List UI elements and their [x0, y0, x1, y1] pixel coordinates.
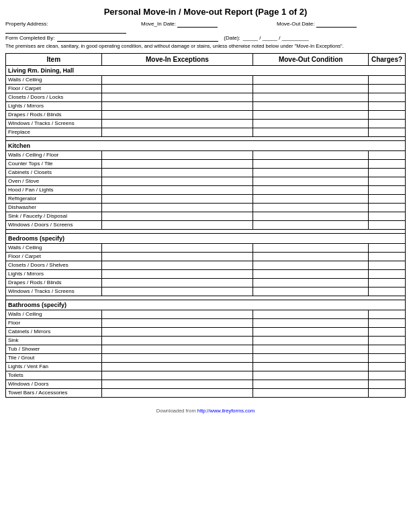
item-cell: Sink / Faucety / Disposal	[6, 212, 102, 220]
charges-cell[interactable]	[369, 278, 406, 287]
movein-cell[interactable]	[101, 261, 253, 269]
movein-cell[interactable]	[101, 159, 253, 168]
movein-cell[interactable]	[101, 353, 253, 362]
moveout-cell[interactable]	[253, 212, 369, 220]
moveout-cell[interactable]	[253, 128, 369, 136]
charges-cell[interactable]	[369, 287, 406, 296]
charges-cell[interactable]	[369, 252, 406, 261]
moveout-cell[interactable]	[253, 194, 369, 203]
moveout-cell[interactable]	[253, 336, 369, 345]
movein-cell[interactable]	[101, 362, 253, 371]
charges-cell[interactable]	[369, 310, 406, 318]
charges-cell[interactable]	[369, 243, 406, 252]
moveout-cell[interactable]	[253, 84, 369, 93]
moveout-cell[interactable]	[253, 185, 369, 194]
charges-cell[interactable]	[369, 93, 406, 101]
moveout-cell[interactable]	[253, 110, 369, 119]
charges-cell[interactable]	[369, 388, 406, 397]
moveout-cell[interactable]	[253, 362, 369, 371]
movein-cell[interactable]	[101, 168, 253, 177]
movein-cell[interactable]	[101, 101, 253, 110]
charges-cell[interactable]	[369, 261, 406, 269]
charges-cell[interactable]	[369, 168, 406, 177]
moveout-cell[interactable]	[253, 101, 369, 110]
charges-cell[interactable]	[369, 203, 406, 212]
moveout-cell[interactable]	[253, 159, 369, 168]
charges-cell[interactable]	[369, 318, 406, 327]
charges-cell[interactable]	[369, 220, 406, 229]
moveout-cell[interactable]	[253, 150, 369, 159]
charges-cell[interactable]	[369, 194, 406, 203]
moveout-cell[interactable]	[253, 168, 369, 177]
charges-cell[interactable]	[369, 110, 406, 119]
moveout-cell[interactable]	[253, 287, 369, 296]
charges-cell[interactable]	[369, 371, 406, 380]
movein-cell[interactable]	[101, 388, 253, 397]
moveout-cell[interactable]	[253, 371, 369, 380]
movein-cell[interactable]	[101, 278, 253, 287]
moveout-cell[interactable]	[253, 353, 369, 362]
moveout-cell[interactable]	[253, 252, 369, 261]
movein-cell[interactable]	[101, 243, 253, 252]
charges-cell[interactable]	[369, 336, 406, 345]
charges-cell[interactable]	[369, 177, 406, 185]
table-row: Sink	[6, 336, 406, 345]
moveout-cell[interactable]	[253, 388, 369, 397]
movein-cell[interactable]	[101, 203, 253, 212]
moveout-cell[interactable]	[253, 220, 369, 229]
charges-cell[interactable]	[369, 353, 406, 362]
moveout-cell[interactable]	[253, 93, 369, 101]
moveout-cell[interactable]	[253, 278, 369, 287]
movein-cell[interactable]	[101, 252, 253, 261]
charges-cell[interactable]	[369, 150, 406, 159]
movein-cell[interactable]	[101, 185, 253, 194]
moveout-cell[interactable]	[253, 345, 369, 353]
charges-cell[interactable]	[369, 327, 406, 336]
moveout-cell[interactable]	[253, 269, 369, 278]
moveout-cell[interactable]	[253, 243, 369, 252]
moveout-cell[interactable]	[253, 119, 369, 128]
charges-cell[interactable]	[369, 101, 406, 110]
item-cell: Lights / Mirrors	[6, 101, 102, 110]
movein-cell[interactable]	[101, 84, 253, 93]
movein-cell[interactable]	[101, 380, 253, 388]
charges-cell[interactable]	[369, 159, 406, 168]
movein-cell[interactable]	[101, 93, 253, 101]
moveout-cell[interactable]	[253, 318, 369, 327]
movein-cell[interactable]	[101, 269, 253, 278]
movein-cell[interactable]	[101, 310, 253, 318]
charges-cell[interactable]	[369, 345, 406, 353]
movein-cell[interactable]	[101, 128, 253, 136]
movein-cell[interactable]	[101, 318, 253, 327]
moveout-cell[interactable]	[253, 310, 369, 318]
movein-cell[interactable]	[101, 345, 253, 353]
movein-cell[interactable]	[101, 327, 253, 336]
movein-cell[interactable]	[101, 75, 253, 84]
moveout-cell[interactable]	[253, 177, 369, 185]
footer-link[interactable]: http://www.ilreyforms.com	[197, 408, 255, 414]
movein-cell[interactable]	[101, 287, 253, 296]
movein-cell[interactable]	[101, 336, 253, 345]
charges-cell[interactable]	[369, 185, 406, 194]
movein-cell[interactable]	[101, 220, 253, 229]
charges-cell[interactable]	[369, 362, 406, 371]
charges-cell[interactable]	[369, 380, 406, 388]
movein-cell[interactable]	[101, 212, 253, 220]
charges-cell[interactable]	[369, 84, 406, 93]
charges-cell[interactable]	[369, 212, 406, 220]
movein-cell[interactable]	[101, 119, 253, 128]
charges-cell[interactable]	[369, 75, 406, 84]
movein-cell[interactable]	[101, 371, 253, 380]
movein-cell[interactable]	[101, 150, 253, 159]
charges-cell[interactable]	[369, 269, 406, 278]
movein-cell[interactable]	[101, 177, 253, 185]
moveout-cell[interactable]	[253, 75, 369, 84]
movein-cell[interactable]	[101, 110, 253, 119]
moveout-cell[interactable]	[253, 261, 369, 269]
moveout-cell[interactable]	[253, 327, 369, 336]
moveout-cell[interactable]	[253, 380, 369, 388]
moveout-cell[interactable]	[253, 203, 369, 212]
movein-cell[interactable]	[101, 194, 253, 203]
charges-cell[interactable]	[369, 128, 406, 136]
charges-cell[interactable]	[369, 119, 406, 128]
